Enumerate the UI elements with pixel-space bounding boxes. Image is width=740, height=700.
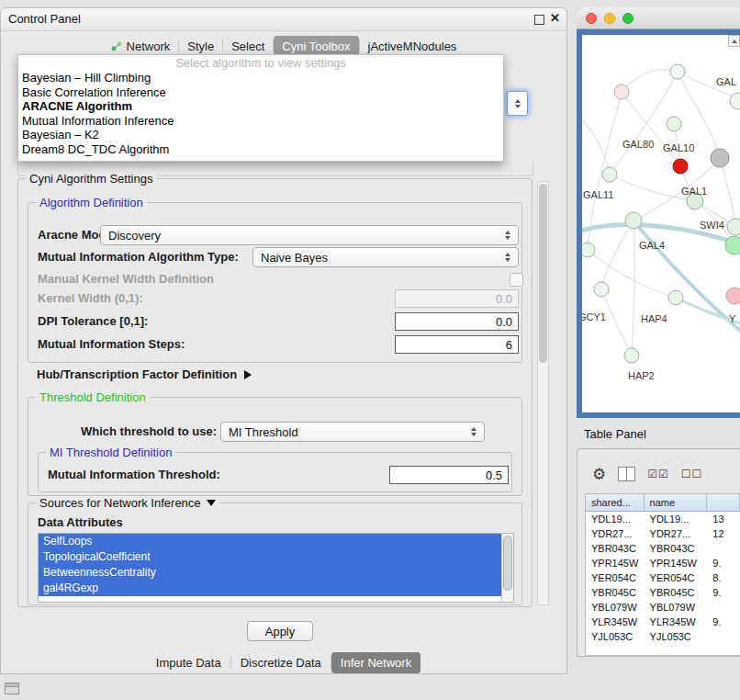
dpi-tolerance-field[interactable]: 0.0: [395, 312, 519, 331]
float-window-icon[interactable]: [534, 15, 544, 25]
table-cell: YDL19...: [586, 512, 645, 526]
network-node[interactable]: [726, 288, 740, 304]
table-row[interactable]: YDR27...YDR27...12: [586, 526, 740, 541]
bottom-tab-infer-network[interactable]: Infer Network: [331, 652, 420, 673]
attribute-item[interactable]: BetweennessCentrality: [39, 565, 501, 581]
table-cell: 9.: [707, 556, 740, 570]
table-row[interactable]: YDL19...YDL19...13: [586, 512, 740, 526]
attribute-item[interactable]: TopologicalCoefficient: [39, 549, 501, 565]
node-label: GAL: [716, 76, 736, 87]
cyni-settings-group: Cyni Algorithm Settings Algorithm Defini…: [17, 178, 533, 607]
network-node[interactable]: [594, 282, 609, 297]
network-tab-icon: [111, 40, 122, 51]
scrollbar-thumb[interactable]: [539, 184, 547, 363]
close-window-icon[interactable]: [586, 13, 597, 24]
attribute-list[interactable]: SelfLoopsTopologicalCoefficientBetweenne…: [38, 533, 514, 603]
minimized-panel-icon[interactable]: [5, 683, 19, 694]
column-header[interactable]: shared...: [586, 494, 645, 512]
algorithm-option[interactable]: Basic Correlation Inference: [18, 85, 503, 100]
manual-kernel-label: Manual Kernel Width Definition: [38, 272, 214, 287]
attribute-list-scrollbar[interactable]: [501, 534, 513, 602]
bottom-tab-impute-data[interactable]: Impute Data: [147, 652, 230, 673]
sources-group-title[interactable]: Sources for Network Inference: [36, 496, 219, 510]
table-row[interactable]: YBL079WYBL079W: [586, 600, 740, 615]
minimize-window-icon[interactable]: [604, 13, 615, 24]
network-canvas[interactable]: GALGAL80GAL10GAL11GAL1SWI4GAL4GCY1HAP4YH…: [582, 35, 740, 412]
network-node[interactable]: [624, 348, 639, 363]
columns-icon[interactable]: [618, 467, 635, 481]
collapse-arrow-icon: [207, 500, 216, 506]
network-node[interactable]: [614, 85, 629, 99]
table-cell: [707, 541, 740, 556]
table-row[interactable]: YLR345WYLR345W9.: [586, 615, 740, 629]
algorithm-combo-arrow[interactable]: [507, 91, 528, 116]
manual-kernel-checkbox[interactable]: [510, 273, 523, 287]
threshold-definition-title: Threshold Definition: [36, 390, 150, 404]
table-cell: YDR27...: [586, 526, 645, 541]
kernel-width-field[interactable]: 0.0: [395, 289, 519, 308]
apply-button[interactable]: Apply: [247, 621, 313, 641]
algorithm-option[interactable]: Mutual Information Inference: [18, 114, 503, 129]
mi-steps-field[interactable]: 6: [395, 335, 519, 354]
hub-section-toggle[interactable]: Hub/Transcription Factor Definition: [37, 367, 252, 381]
table-row[interactable]: YJL053CYJL053C: [586, 629, 740, 644]
network-node[interactable]: [670, 64, 685, 79]
select-all-checkboxes-icon[interactable]: ☑☑: [647, 469, 669, 480]
network-node[interactable]: [673, 159, 688, 174]
scroll-up-icon: [732, 40, 737, 43]
desktop: Control Panel ✕ NetworkStyleSelectCyni T…: [0, 0, 740, 700]
column-header[interactable]: [707, 494, 740, 512]
network-node[interactable]: [582, 243, 595, 257]
bottom-tab-bar: Impute DataDiscretize DataInfer Network: [1, 650, 566, 674]
mi-type-select[interactable]: Naive Bayes: [252, 247, 519, 267]
table-row[interactable]: YBR045CYBR045C9.: [586, 585, 740, 600]
network-node[interactable]: [668, 290, 683, 305]
algorithm-option[interactable]: Bayesian – K2: [18, 128, 503, 142]
which-threshold-label: Which threshold to use:: [81, 422, 217, 442]
column-header[interactable]: name: [645, 494, 708, 512]
table-row[interactable]: YER054CYER054C8.: [586, 570, 740, 585]
network-node[interactable]: [725, 236, 740, 254]
table-cell: YER054C: [586, 570, 645, 585]
table-cell: YBR045C: [586, 585, 645, 600]
attribute-item[interactable]: SelfLoops: [39, 534, 501, 549]
node-label: GAL1: [681, 186, 707, 197]
deselect-all-checkboxes-icon[interactable]: ☐☐: [681, 469, 703, 480]
bottom-tab-discretize-data[interactable]: Discretize Data: [231, 652, 331, 673]
algorithm-option[interactable]: ARACNE Algorithm: [18, 99, 503, 114]
algorithm-definition-title-text: Algorithm Definition: [39, 196, 143, 209]
settings-scrollbar[interactable]: [537, 181, 549, 605]
zoom-window-icon[interactable]: [622, 13, 633, 24]
which-threshold-select[interactable]: MI Threshold: [220, 422, 485, 442]
network-node[interactable]: [625, 212, 642, 229]
scrollbar-thumb[interactable]: [503, 536, 512, 591]
gear-icon[interactable]: ⚙: [592, 467, 606, 482]
table-row[interactable]: YPR145WYPR145W9.: [586, 556, 740, 570]
algorithm-popup-prompt: Select algorithm to view settings: [18, 55, 503, 71]
algorithm-option[interactable]: Bayesian – Hill Climbing: [18, 71, 503, 85]
network-node[interactable]: [602, 167, 617, 182]
table-cell: 9.: [707, 615, 740, 629]
network-node[interactable]: [711, 149, 729, 167]
attribute-item[interactable]: gal4RGexp: [39, 581, 501, 596]
combo-arrows-icon: [466, 427, 481, 436]
network-edge: [582, 119, 610, 175]
control-panel-titlebar[interactable]: Control Panel ✕: [1, 8, 566, 31]
aracne-mode-select[interactable]: Discovery: [100, 225, 519, 245]
mi-threshold-field[interactable]: 0.5: [389, 466, 509, 484]
table-row[interactable]: YBR043CYBR043C: [586, 541, 740, 556]
network-node[interactable]: [727, 219, 740, 235]
close-panel-icon[interactable]: ✕: [550, 11, 560, 25]
mi-type-value: Naive Bayes: [253, 251, 500, 265]
table-cell: YBR045C: [645, 585, 708, 600]
table-cell: YER054C: [645, 570, 708, 585]
scroll-up-button[interactable]: [728, 35, 740, 47]
table-cell: YBL079W: [645, 600, 708, 615]
aracne-mode-value: Discovery: [101, 229, 500, 243]
tab-label: Select: [231, 40, 264, 53]
network-node[interactable]: [667, 117, 681, 131]
dpi-tolerance-label: DPI Tolerance [0,1]:: [38, 312, 148, 331]
network-window-titlebar[interactable]: [577, 7, 740, 29]
algorithm-option[interactable]: Dream8 DC_TDC Algorithm: [18, 142, 503, 157]
algorithm-list: Bayesian – Hill ClimbingBasic Correlatio…: [18, 71, 503, 156]
